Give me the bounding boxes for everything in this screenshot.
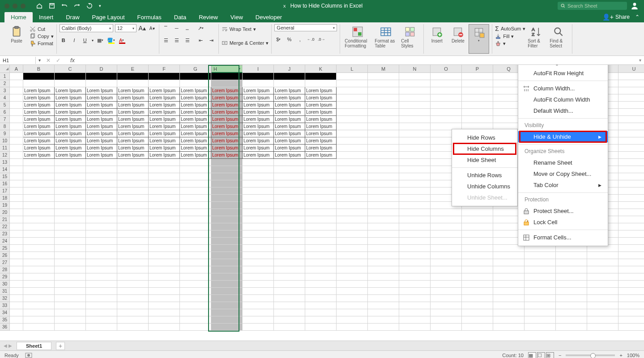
redo-icon[interactable] <box>74 3 80 9</box>
cell[interactable] <box>368 123 399 130</box>
column-header-N[interactable]: N <box>399 65 431 73</box>
cell[interactable] <box>399 188 431 195</box>
cell[interactable]: Lorem Ipsum <box>86 123 117 130</box>
cell[interactable] <box>86 252 117 259</box>
currency-button[interactable]: $▾ <box>274 35 282 43</box>
cell[interactable] <box>117 202 149 209</box>
align-center-button[interactable]: ☰ <box>173 36 181 44</box>
cell[interactable] <box>274 238 305 245</box>
cell[interactable] <box>149 281 180 288</box>
cell[interactable] <box>337 109 368 116</box>
cell[interactable] <box>399 281 431 288</box>
cell[interactable] <box>10 173 23 180</box>
bold-button[interactable]: B <box>60 36 68 44</box>
cell[interactable] <box>274 159 305 166</box>
cell[interactable]: Lorem Ipsum <box>149 152 180 159</box>
cell[interactable] <box>587 259 618 266</box>
cell[interactable] <box>431 116 462 123</box>
cell[interactable] <box>337 238 368 245</box>
conditional-formatting-button[interactable]: Conditional Formatting <box>343 24 372 54</box>
cell[interactable] <box>431 259 462 266</box>
cell[interactable] <box>10 288 23 295</box>
qat-dropdown-icon[interactable]: ▾ <box>99 4 101 8</box>
cell[interactable] <box>10 80 23 87</box>
cell[interactable] <box>23 309 55 316</box>
cell[interactable] <box>180 281 211 288</box>
cell[interactable] <box>243 266 274 273</box>
cell[interactable] <box>493 316 525 324</box>
cell[interactable] <box>149 295 180 302</box>
cell[interactable] <box>462 87 493 94</box>
row-header[interactable]: 9 <box>0 130 10 137</box>
cell[interactable] <box>23 166 55 173</box>
row-header[interactable]: 18 <box>0 195 10 202</box>
cell[interactable] <box>618 94 644 102</box>
decrease-decimal-button[interactable]: .0→ <box>317 35 325 43</box>
cell[interactable] <box>525 266 556 273</box>
menu-rename-sheet[interactable]: Rename Sheet <box>518 157 608 168</box>
cell[interactable] <box>23 216 55 223</box>
cell[interactable] <box>274 316 305 324</box>
cell[interactable] <box>149 166 180 173</box>
comma-button[interactable]: , <box>296 35 304 43</box>
view-pagebreak-button[interactable]: ⊞ <box>546 352 554 358</box>
cell[interactable] <box>149 230 180 238</box>
cell[interactable] <box>10 188 23 195</box>
cell[interactable] <box>55 209 86 216</box>
cell[interactable] <box>368 94 399 102</box>
cell[interactable] <box>274 266 305 273</box>
cell[interactable] <box>431 80 462 87</box>
cell[interactable] <box>55 273 86 281</box>
cell[interactable] <box>368 302 399 309</box>
menu-lock-cell[interactable]: Lock Cell <box>518 217 608 228</box>
cell[interactable]: Lorem Ipsum <box>149 116 180 123</box>
cell[interactable] <box>23 259 55 266</box>
cell[interactable] <box>117 159 149 166</box>
tab-view[interactable]: View <box>224 12 249 22</box>
cell[interactable] <box>431 216 462 223</box>
cell[interactable] <box>274 209 305 216</box>
cell[interactable] <box>399 216 431 223</box>
cell[interactable] <box>399 252 431 259</box>
row-header[interactable]: 30 <box>0 281 10 288</box>
cell[interactable]: Lorem Ipsum <box>86 116 117 123</box>
cell[interactable] <box>149 209 180 216</box>
font-size-select[interactable]: 12 <box>115 24 136 32</box>
cell[interactable]: Lorem Ipsum <box>305 137 337 145</box>
cell[interactable] <box>525 288 556 295</box>
cell[interactable] <box>86 195 117 202</box>
cell[interactable] <box>305 195 337 202</box>
cell[interactable] <box>399 130 431 137</box>
cell[interactable] <box>368 316 399 324</box>
cell[interactable] <box>86 316 117 324</box>
cell[interactable] <box>493 273 525 281</box>
cell[interactable] <box>55 245 86 252</box>
cell[interactable] <box>55 80 86 87</box>
cell[interactable]: Lorem Ipsum <box>55 87 86 94</box>
cell[interactable] <box>431 295 462 302</box>
cell[interactable] <box>243 288 274 295</box>
cell[interactable] <box>618 188 644 195</box>
cell[interactable] <box>399 137 431 145</box>
cell[interactable] <box>525 324 556 331</box>
cell[interactable] <box>525 295 556 302</box>
row-header[interactable]: 2 <box>0 80 10 87</box>
cell[interactable] <box>10 152 23 159</box>
cell[interactable] <box>368 130 399 137</box>
cell[interactable] <box>337 202 368 209</box>
cell[interactable] <box>117 324 149 331</box>
cell[interactable] <box>23 245 55 252</box>
cell[interactable]: Lorem Ipsum <box>274 109 305 116</box>
cell[interactable] <box>180 252 211 259</box>
cell[interactable] <box>368 309 399 316</box>
menu-tab-color[interactable]: Tab Color <box>518 179 608 191</box>
cell[interactable] <box>149 252 180 259</box>
cell[interactable] <box>55 302 86 309</box>
cell[interactable] <box>618 123 644 130</box>
cell[interactable] <box>180 73 211 80</box>
cell[interactable] <box>117 316 149 324</box>
cell[interactable] <box>10 302 23 309</box>
cell[interactable] <box>493 288 525 295</box>
cell[interactable] <box>243 316 274 324</box>
cell[interactable] <box>618 266 644 273</box>
